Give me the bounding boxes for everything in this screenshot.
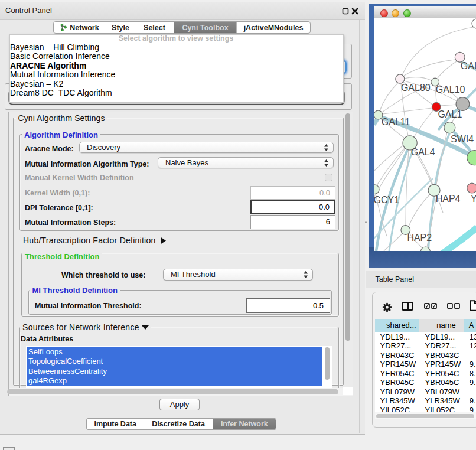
svg-text:GAL4: GAL4 bbox=[411, 147, 435, 157]
svg-text:SWI4: SWI4 bbox=[451, 134, 474, 144]
svg-text:GAL11: GAL11 bbox=[382, 117, 410, 127]
svg-text:GCY1: GCY1 bbox=[374, 195, 399, 205]
svg-text:HAP2: HAP2 bbox=[407, 233, 432, 243]
svg-text:GAL1: GAL1 bbox=[438, 109, 462, 119]
svg-text:YP: YP bbox=[471, 194, 476, 204]
svg-text:GAL80: GAL80 bbox=[401, 83, 431, 93]
svg-text:HAP4: HAP4 bbox=[436, 194, 461, 204]
svg-text:GAL7: GAL7 bbox=[461, 61, 476, 71]
svg-text:GAL10: GAL10 bbox=[436, 84, 465, 94]
